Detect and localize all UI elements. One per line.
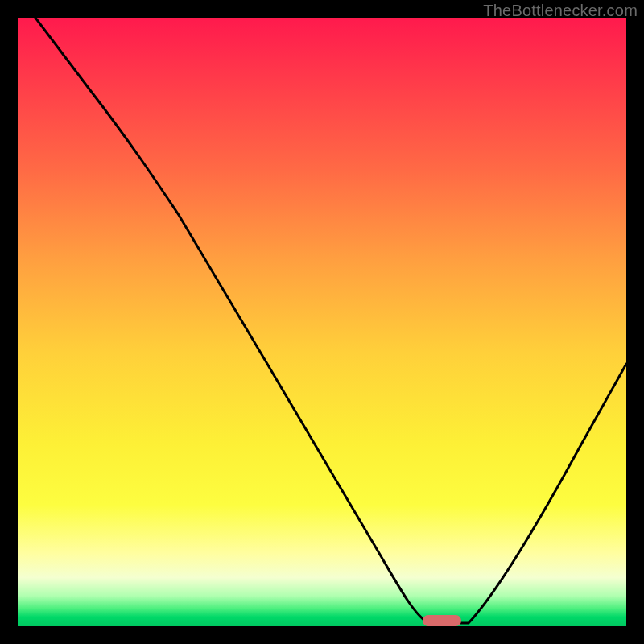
optimal-range-marker	[423, 615, 461, 626]
chart-background	[18, 18, 626, 626]
watermark-text: TheBottlenecker.com	[483, 2, 638, 20]
